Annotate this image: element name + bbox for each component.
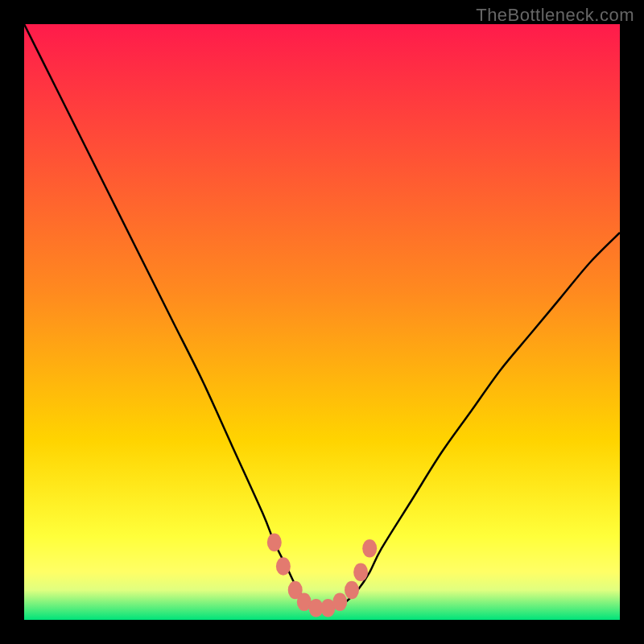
highlight-dot [276, 557, 291, 576]
gradient-background [24, 24, 620, 620]
highlight-dot [353, 564, 368, 582]
highlight-dot [267, 534, 282, 552]
watermark-text: TheBottleneck.com [476, 5, 634, 26]
highlight-dot [362, 539, 377, 558]
plot-area [24, 24, 620, 620]
highlight-dot [345, 581, 359, 600]
chart-container: TheBottleneck.com [0, 0, 644, 644]
chart-svg [24, 24, 620, 620]
highlight-dot [332, 593, 347, 612]
